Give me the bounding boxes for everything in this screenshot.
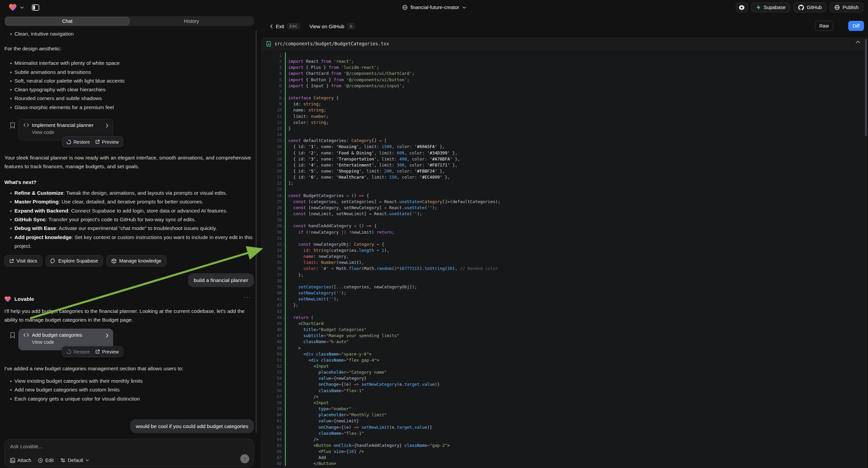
version-card-add-budget-categories[interactable]: Add budget categories View code Restore … [19, 329, 113, 350]
code-line: 32⌄ const newCategoryObj: Category = { [262, 241, 866, 247]
code-line: 38 [262, 278, 866, 284]
manage-knowledge-button[interactable]: Manage knowledge [106, 255, 166, 267]
sidebar-toggle-icon[interactable] [32, 4, 39, 11]
chat-panel: Chat History Clean, intuitive navigation… [0, 15, 258, 468]
mode-selector[interactable]: Default [60, 458, 89, 463]
code-icon [24, 333, 29, 337]
code-line: 62 onChange={(e) => setNewLimit(e.target… [262, 425, 866, 430]
logo-chevron-down-icon[interactable] [20, 6, 24, 9]
visit-docs-button[interactable]: Visit docs [4, 255, 42, 267]
tab-history[interactable]: History [129, 17, 253, 26]
github-button[interactable]: GitHub [794, 2, 827, 12]
code-line: 39 setCategories([...categories, newCate… [262, 284, 866, 290]
list-item: Expand with Backend: Connect Supabase to… [4, 206, 254, 215]
code-line: 17 { id: '2', name: 'Food & Dining', lim… [262, 150, 866, 156]
code-line: 48 className="h-auto" [262, 339, 866, 345]
list-item: Add project knowledge: Set key context o… [4, 233, 254, 251]
code-line: 51 <div className="flex gap-4"> [262, 357, 866, 363]
file-path: src/components/budget/BudgetCategories.t… [275, 41, 389, 46]
code-line: 64 /> [262, 436, 866, 442]
bullet-list-tail: Clean, intuitive navigation [4, 30, 254, 38]
code-line: 61 value={newLimit} [262, 418, 866, 424]
added-bullet-list: View existing budget categories with the… [4, 377, 254, 403]
code-line: 4import ChartCard from '@/components/ui/… [262, 70, 866, 77]
tab-chat[interactable]: Chat [5, 17, 129, 26]
code-line: 26 const [newCategory, setNewCategory] =… [262, 205, 866, 211]
chevron-left-icon [270, 24, 273, 29]
restore-icon [66, 140, 71, 144]
edit-button[interactable]: Edit [38, 458, 54, 463]
code-line: 67 Add [262, 455, 866, 461]
whats-next-heading: What's next? [4, 178, 254, 187]
project-chevron-down-icon [462, 6, 466, 9]
attach-button[interactable]: Attach [10, 458, 31, 463]
diff-toggle-button[interactable]: Diff [848, 21, 864, 31]
supabase-button[interactable]: Supabase [751, 2, 790, 12]
code-line: 54 value={newCategory} [262, 375, 866, 381]
esc-shortcut: ESC [287, 23, 300, 29]
file-header[interactable]: src/components/budget/BudgetCategories.t… [262, 38, 866, 50]
gear-icon [739, 5, 745, 10]
code-line: 12 color: string; [262, 119, 866, 125]
raw-toggle-button[interactable]: Raw [815, 21, 833, 31]
chat-composer[interactable]: Ask Lovable... Attach Edit Default ↑ [4, 439, 254, 467]
code-line: 49 > [262, 345, 866, 351]
code-line: 47 subtitle="Manage your spending limits… [262, 333, 866, 339]
message-menu-icon[interactable]: ··· [244, 294, 251, 301]
code-line: 23 [262, 186, 866, 193]
view-on-github-button[interactable]: View on GitHub G [309, 23, 355, 29]
list-item: Each category gets a unique color for vi… [4, 394, 254, 403]
whats-next-list: Refine & Customize: Tweak the design, an… [4, 189, 254, 251]
version-card-implement-financial-planner[interactable]: Implement financial planner View code Re… [19, 119, 113, 140]
lovable-logo-icon[interactable] [9, 4, 17, 11]
send-button[interactable]: ↑ [240, 454, 249, 463]
chat-history-tabs: Chat History [4, 16, 254, 26]
code-line: 27 const [newLimit, setNewLimit] = React… [262, 211, 866, 217]
sliders-icon [60, 458, 65, 463]
view-code-link[interactable]: View code [32, 340, 109, 345]
code-line: 16 { id: '1', name: 'Housing', limit: 15… [262, 144, 866, 150]
code-line: 1 [262, 52, 866, 58]
code-line: 68 </Button> [262, 461, 866, 467]
design-bullet-list: Minimalist interface with plenty of whit… [4, 59, 254, 112]
code-line: 29⌄ const handleAddCategory = () => { [262, 223, 866, 229]
exit-button[interactable]: Exit ESC [270, 23, 300, 29]
code-content[interactable]: 12import React from 'react';3import { Pl… [262, 50, 866, 467]
preview-button[interactable]: Preview [95, 349, 119, 354]
code-line: 53 placeholder="Category name" [262, 369, 866, 375]
code-line: 19 { id: '4', name: 'Entertainment', lim… [262, 162, 866, 168]
list-item: Clean typography with clear hierarchies [4, 85, 254, 94]
code-line: 31 [262, 235, 866, 241]
preview-button[interactable]: Preview [95, 139, 119, 145]
restore-preview-pill: Restore Preview [62, 346, 123, 357]
code-line: 42 }; [262, 302, 866, 308]
project-switcher[interactable]: financial-future-creator [402, 5, 466, 10]
restore-button[interactable]: Restore [66, 139, 90, 145]
bookmark-icon[interactable] [10, 332, 15, 339]
code-line: 55 onChange={(e) => setNewCategory(e.tar… [262, 381, 866, 387]
code-line: 22]; [262, 180, 866, 186]
composer-input[interactable]: Ask Lovable... [10, 443, 248, 449]
chevron-right-icon [106, 333, 108, 338]
collapse-chevron-up-icon[interactable] [856, 40, 860, 43]
page-scrollbar[interactable] [865, 39, 867, 136]
list-item: Add new budget categories with custom li… [4, 385, 254, 394]
settings-button[interactable] [736, 2, 748, 12]
external-link-icon [9, 259, 14, 263]
explore-supabase-button[interactable]: Explore Supabase [45, 255, 103, 267]
version-card-1: Implement financial planner View code Re… [4, 119, 254, 140]
list-item: Minimalist interface with plenty of whit… [4, 59, 254, 67]
target-icon [38, 458, 43, 463]
code-line: 59 type="number" [262, 406, 866, 412]
list-item: View existing budget categories with the… [4, 377, 254, 385]
code-line: 52 <Input [262, 363, 866, 369]
chat-messages: Clean, intuitive navigation For the desi… [0, 26, 258, 468]
publish-button[interactable]: Publish [830, 2, 863, 12]
assistant-header: Lovable ··· [4, 295, 254, 303]
view-code-link[interactable]: View code [32, 129, 109, 135]
code-icon [24, 123, 29, 127]
bookmark-icon[interactable] [10, 122, 15, 128]
help-paragraph: I'll help you add budget categories to t… [4, 307, 254, 324]
code-line: 3import { Plus } from 'lucide-react'; [262, 64, 866, 70]
restore-button[interactable]: Restore [66, 349, 90, 354]
